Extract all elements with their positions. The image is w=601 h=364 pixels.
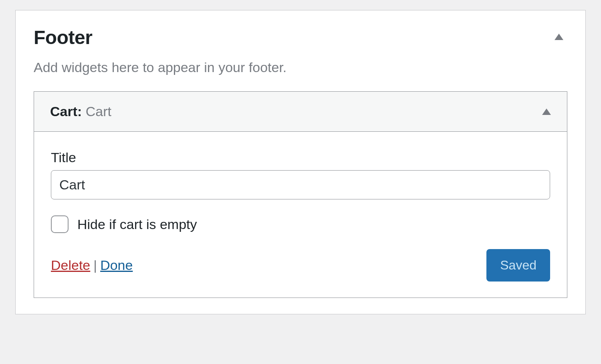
- panel-title: Footer: [34, 26, 555, 48]
- footer-widget-panel: Footer Add widgets here to appear in you…: [15, 10, 586, 314]
- delete-link[interactable]: Delete: [51, 257, 90, 273]
- widget-item: Cart: Cart Title Hide if cart is empty D…: [34, 91, 567, 298]
- widget-header[interactable]: Cart: Cart: [34, 92, 567, 132]
- hide-empty-checkbox[interactable]: [51, 215, 69, 233]
- done-link[interactable]: Done: [100, 257, 133, 273]
- collapse-panel-button[interactable]: [555, 34, 563, 40]
- panel-header-text: Footer Add widgets here to appear in you…: [34, 26, 555, 91]
- action-links: Delete | Done: [51, 257, 133, 273]
- widget-title-separator: :: [77, 104, 86, 119]
- widget-title: Cart: Cart: [50, 104, 111, 119]
- widget-instance-name: Cart: [86, 104, 111, 119]
- hide-empty-row: Hide if cart is empty: [51, 215, 550, 233]
- widget-actions: Delete | Done Saved: [51, 249, 550, 282]
- title-field-label: Title: [51, 150, 550, 165]
- triangle-up-icon: [555, 34, 563, 40]
- panel-description: Add widgets here to appear in your foote…: [34, 60, 555, 75]
- collapse-widget-button[interactable]: [542, 109, 551, 115]
- action-separator: |: [93, 257, 97, 273]
- saved-button[interactable]: Saved: [486, 249, 550, 282]
- title-input[interactable]: [51, 170, 550, 199]
- widget-body: Title Hide if cart is empty Delete | Don…: [34, 132, 567, 298]
- hide-empty-label[interactable]: Hide if cart is empty: [77, 217, 197, 232]
- triangle-up-icon: [542, 109, 551, 115]
- widget-type-label: Cart: [50, 104, 77, 119]
- panel-header: Footer Add widgets here to appear in you…: [34, 26, 567, 91]
